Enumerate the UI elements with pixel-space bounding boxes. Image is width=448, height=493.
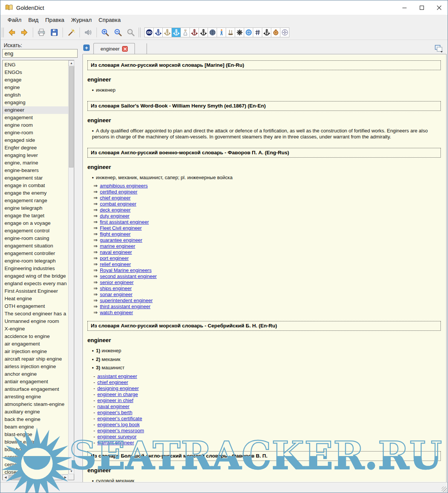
anchor-darkred-icon[interactable] (190, 28, 199, 37)
word-list-item[interactable]: engine telegraph (3, 204, 68, 212)
toolbar-grip[interactable] (139, 28, 141, 37)
word-list-item[interactable]: engine (3, 84, 68, 91)
dictionary-link[interactable]: naval engineer (97, 404, 129, 409)
word-list-item[interactable]: antisurface engagement (3, 385, 68, 393)
dictionary-link[interactable]: second assistant engineer (100, 273, 157, 279)
dictionary-link[interactable]: engineer's berth (97, 410, 132, 415)
anchor-tan-icon[interactable] (162, 28, 172, 37)
dictionary-link[interactable]: chief engineer (97, 379, 128, 385)
word-list-item[interactable]: aircraft repair ship engine (3, 355, 68, 363)
wand-button[interactable] (65, 26, 78, 38)
word-list-item[interactable]: engine-room telegraph (3, 257, 68, 265)
word-list-item[interactable]: Engineering industries (3, 265, 68, 272)
word-list-item[interactable]: engagement control (3, 227, 68, 235)
dictionary-link[interactable]: duty engineer (100, 213, 130, 219)
word-list-item[interactable]: engaged wing of the bridge (3, 272, 68, 280)
ship-icon[interactable] (226, 28, 235, 37)
tab-close-icon[interactable] (122, 46, 128, 52)
scroll-left-arrow[interactable]: ◀ (3, 475, 8, 480)
scroll-thumb[interactable] (69, 66, 73, 167)
word-list-item[interactable]: X-engine (3, 325, 68, 333)
menu-item[interactable]: Справка (95, 15, 124, 24)
dictionary-link[interactable]: naval engineer (100, 249, 132, 255)
word-list-item[interactable]: engagement star (3, 174, 68, 182)
word-list-item[interactable]: OTH engagement (3, 303, 68, 310)
back-button[interactable] (5, 26, 18, 38)
forward-button[interactable] (18, 26, 31, 38)
figure-icon[interactable] (217, 28, 226, 37)
word-list-item[interactable]: engage (3, 76, 68, 84)
resize-grip[interactable] (442, 487, 447, 492)
dictionary-link[interactable]: engineer's certificate (97, 416, 142, 421)
word-list-item[interactable]: air engagement (3, 340, 68, 348)
dictionary-link[interactable]: warrant engineer (97, 440, 134, 445)
word-list-item[interactable]: auxiliary engine (3, 408, 68, 416)
word-list-item[interactable]: cemote-control engine (3, 461, 68, 468)
dictionary-link[interactable]: sonar engineer (100, 292, 133, 297)
word-list-item[interactable]: blast-engine (3, 431, 68, 438)
word-list-item[interactable]: engine-room (3, 129, 68, 137)
word-list-item[interactable]: engine room (3, 121, 68, 129)
word-list-item[interactable]: engage the enemy (3, 189, 68, 197)
zoom-out-button[interactable] (112, 26, 124, 38)
dictionary-link[interactable]: Fleet Civil engineer (100, 225, 142, 231)
dictionary-link[interactable]: flight engineer (100, 231, 131, 237)
anchor-black2-icon[interactable] (262, 28, 271, 37)
globe-icon[interactable] (208, 28, 217, 37)
word-list-item[interactable]: airless injection engine (3, 363, 68, 370)
word-list-item[interactable]: engaging lever (3, 152, 68, 159)
window-mode-button[interactable] (434, 44, 443, 52)
dictionary-link[interactable]: Royal Marine engineers (100, 267, 151, 273)
dictionary-link[interactable]: engineer in charge (97, 392, 138, 397)
scroll-down-arrow[interactable]: ▼ (69, 468, 74, 474)
word-list-item[interactable]: engage in combat (3, 182, 68, 189)
word-list-item[interactable]: engaging (3, 99, 68, 106)
wheel-icon[interactable] (235, 28, 244, 37)
word-list-item[interactable]: engagement range (3, 197, 68, 204)
dictionary-link[interactable]: certified engineer (100, 189, 138, 195)
minimize-button[interactable] (396, 0, 413, 15)
scroll-thumb-h[interactable] (9, 475, 39, 479)
word-list-item[interactable]: engaged side (3, 137, 68, 144)
dictionary-link[interactable]: third assistant engineer (100, 304, 150, 309)
dictionary-link[interactable]: senior engineer (100, 280, 134, 285)
link-icon[interactable] (144, 28, 154, 37)
word-list-item[interactable]: closed in type engine (3, 468, 68, 474)
dictionary-link[interactable]: port engineer (100, 255, 129, 261)
dictionary-link[interactable]: marine engineer (100, 243, 135, 249)
word-list-item[interactable]: engine-bearers (3, 167, 68, 174)
word-list-item[interactable]: blowing engine (3, 438, 68, 446)
dictionary-link[interactable]: designing engineer (97, 385, 139, 391)
dictionary-link[interactable]: engineer's log book (97, 422, 139, 427)
save-button[interactable] (48, 26, 61, 38)
word-list-item[interactable]: engagement situation (3, 242, 68, 250)
pane-splitter[interactable] (78, 41, 81, 482)
word-list-item[interactable]: engineer (3, 106, 68, 114)
word-list-item[interactable]: Unmanned engine room (3, 318, 68, 325)
word-list-item[interactable]: english (3, 91, 68, 99)
dictionary-link[interactable]: combat engineer (100, 201, 136, 207)
word-list-item[interactable]: engine-room casing (3, 235, 68, 242)
word-list-item[interactable]: back the engine (3, 416, 68, 423)
sailor-icon[interactable] (180, 28, 190, 37)
dictionary-link[interactable]: guarantee engineer (100, 237, 142, 243)
dictionary-link[interactable]: relief engineer (100, 261, 131, 267)
word-list-item[interactable]: ENG (3, 61, 68, 69)
word-list-item[interactable]: First Assistant Engineer (3, 287, 68, 295)
word-list-item[interactable]: antiair engagement (3, 378, 68, 385)
dictionary-link[interactable]: first assistant engineer (100, 219, 149, 225)
scroll-right-arrow[interactable]: ▶ (63, 475, 68, 480)
zoom-reset-button[interactable] (124, 26, 137, 38)
anchor-black-icon[interactable] (199, 28, 208, 37)
word-list-item[interactable]: anchor engine (3, 370, 68, 378)
menu-item[interactable]: Файл (4, 15, 25, 24)
word-list-item[interactable]: ENGOs (3, 69, 68, 76)
word-list-item[interactable]: The second engineer has a (3, 310, 68, 318)
word-list-item[interactable]: engage on a voyage (3, 220, 68, 227)
close-button[interactable] (430, 0, 448, 15)
word-list-item[interactable]: engagement (3, 114, 68, 121)
menu-item[interactable]: Журнал (68, 15, 95, 24)
dictionary-link[interactable]: amphibious engineers (100, 183, 148, 189)
compass-icon[interactable] (280, 28, 289, 37)
dictionary-link[interactable]: engineer's messroom (97, 428, 144, 433)
